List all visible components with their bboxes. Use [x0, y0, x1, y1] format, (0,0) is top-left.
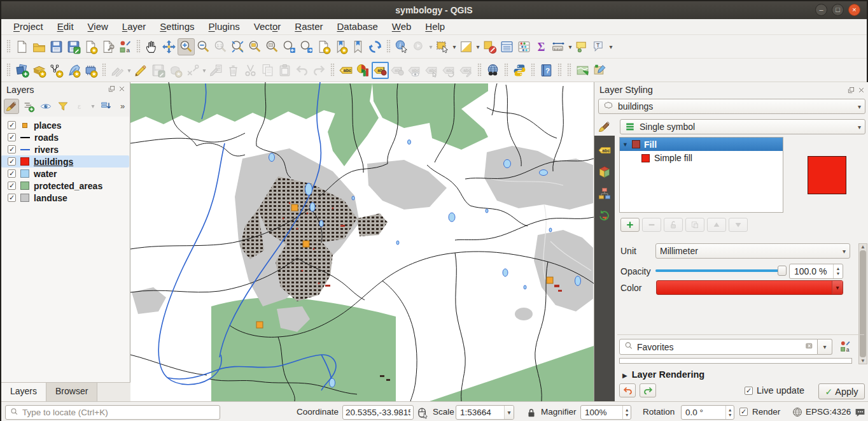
new-scratch-layer-button[interactable] — [65, 62, 82, 79]
layer-selector-combo[interactable]: buildings ▾ — [598, 99, 865, 114]
pan-map-button[interactable] — [143, 38, 160, 55]
processing-toolbox-button[interactable] — [515, 38, 533, 55]
manage-map-themes-button[interactable] — [38, 99, 53, 114]
layer-row-protected-areas[interactable]: ✓ protected_areas — [1, 180, 129, 192]
scroll-down-icon[interactable]: ▼ — [860, 358, 865, 364]
select-features-dropdown[interactable]: ▾ — [451, 43, 458, 50]
zoom-full-button[interactable] — [229, 38, 246, 55]
styling-scrollbar[interactable]: ▲ ▼ — [858, 243, 867, 364]
toolbar-grip[interactable] — [557, 63, 562, 77]
zoom-to-selection-button[interactable] — [246, 38, 263, 55]
remove-symbol-layer-button[interactable] — [642, 218, 661, 232]
tab-symbology[interactable] — [596, 118, 613, 135]
scale-dropdown[interactable]: ▾ — [504, 406, 514, 419]
paste-features-button[interactable] — [276, 62, 293, 79]
crs-globe-icon[interactable] — [792, 406, 803, 418]
measure-dropdown[interactable]: ▾ — [567, 43, 573, 50]
crs-label[interactable]: EPSG:4326 — [806, 407, 851, 417]
undo-style-button[interactable] — [619, 383, 636, 397]
spin-arrows[interactable]: ▲▼ — [725, 406, 734, 419]
menu-item-edit[interactable]: Edit — [50, 19, 81, 35]
scroll-thumb[interactable] — [860, 250, 866, 357]
protected-areas-checkbox[interactable]: ✓ — [8, 182, 16, 190]
annotation-dropdown[interactable]: ▾ — [608, 43, 614, 50]
live-update-checkbox[interactable]: ✓ — [745, 387, 753, 395]
menu-item-view[interactable]: View — [81, 19, 115, 35]
style-manager-icon[interactable]: a — [839, 340, 851, 353]
lock-color-button[interactable] — [664, 218, 683, 232]
current-edits-dropdown[interactable]: ▾ — [126, 67, 132, 74]
current-edits-button[interactable] — [109, 62, 126, 79]
toolbar-grip[interactable] — [567, 63, 571, 77]
modify-attributes-button[interactable] — [207, 62, 225, 79]
close-button[interactable]: × — [848, 4, 860, 16]
undo-button[interactable] — [293, 62, 311, 79]
scroll-up-icon[interactable]: ▲ — [860, 244, 865, 250]
identify-features-button[interactable]: i — [393, 38, 410, 55]
toolbar-grip[interactable] — [6, 39, 11, 54]
layer-row-buildings[interactable]: ✓ buildings — [1, 155, 129, 168]
symbol-search-box[interactable] — [619, 339, 818, 355]
messages-icon[interactable] — [854, 406, 866, 418]
rotate-label-button[interactable]: abc — [440, 62, 458, 79]
unit-combo[interactable]: Millimeter ▾ — [655, 243, 850, 259]
rotation-spinbox[interactable]: ▲▼ — [681, 405, 734, 420]
plugin-maptools-button[interactable] — [574, 62, 591, 79]
renderer-combo[interactable]: Single symbol ▾ — [620, 119, 865, 134]
pan-to-selection-button[interactable] — [160, 38, 178, 55]
rotation-input[interactable] — [682, 408, 725, 417]
toolbar-grip[interactable] — [102, 63, 106, 77]
toolbar-grip[interactable] — [136, 39, 141, 54]
buildings-checkbox[interactable]: ✓ — [8, 157, 16, 166]
style-manager-button[interactable]: a — [116, 38, 134, 55]
new-print-layout-button[interactable] — [82, 38, 99, 55]
locator-input[interactable] — [22, 408, 216, 417]
water-checkbox[interactable]: ✓ — [8, 169, 16, 178]
magnifier-input[interactable] — [581, 408, 622, 417]
move-up-button[interactable] — [707, 218, 726, 232]
toolbar-grip[interactable] — [477, 63, 482, 77]
opacity-slider[interactable] — [655, 265, 787, 276]
symbol-tree-simple-fill-row[interactable]: Simple fill — [620, 151, 783, 165]
zoom-to-layer-button[interactable] — [263, 38, 281, 55]
new-virtual-layer-button[interactable] — [82, 62, 99, 79]
layer-row-places[interactable]: ✓ places — [1, 119, 129, 131]
help-button[interactable]: ? — [538, 62, 555, 79]
menu-item-project[interactable]: Project — [6, 19, 50, 35]
maximize-button[interactable]: □ — [832, 4, 844, 16]
filter-legend-button[interactable] — [55, 99, 71, 114]
cut-features-button[interactable] — [242, 62, 259, 79]
new-shapefile-layer-button[interactable] — [48, 62, 65, 79]
new-geopackage-layer-button[interactable] — [31, 62, 48, 79]
layout-manager-button[interactable] — [99, 38, 116, 55]
save-layer-edits-button[interactable] — [150, 62, 167, 79]
add-symbol-layer-button[interactable] — [620, 218, 640, 232]
zoom-next-button[interactable] — [298, 38, 315, 55]
clear-search-icon[interactable] — [804, 341, 815, 353]
float-panel-icon[interactable] — [108, 85, 116, 93]
slider-handle[interactable] — [778, 266, 787, 276]
coordinate-box[interactable] — [342, 405, 414, 420]
zoom-in-button[interactable] — [178, 38, 195, 55]
menu-item-web[interactable]: Web — [385, 19, 419, 35]
menu-item-plugins[interactable]: Plugins — [202, 19, 247, 35]
layer-row-rivers[interactable]: ✓ rivers — [1, 143, 129, 155]
favorites-dropdown[interactable]: ▾ — [818, 339, 832, 355]
opacity-spinbox[interactable]: 100.0 % ▲▼ — [789, 264, 843, 279]
run-feature-action-button[interactable] — [410, 38, 428, 55]
pin-labels-button[interactable]: ab — [372, 62, 389, 79]
symbol-list[interactable] — [619, 358, 852, 364]
toolbar-grip[interactable] — [330, 63, 335, 77]
toolbar-grip[interactable] — [386, 39, 391, 54]
toggle-editing-button[interactable] — [132, 62, 150, 79]
apply-button[interactable]: ✓ Apply — [818, 383, 865, 399]
minimize-button[interactable]: – — [815, 4, 827, 16]
delete-selected-button[interactable] — [225, 62, 242, 79]
feature-action-dropdown[interactable]: ▾ — [428, 43, 434, 50]
map-tips-button[interactable] — [573, 38, 591, 55]
menu-item-raster[interactable]: Raster — [288, 19, 330, 35]
statistics-button[interactable]: Σ — [533, 38, 550, 55]
close-panel-icon[interactable] — [857, 86, 865, 96]
toolbar-grip[interactable] — [504, 63, 508, 77]
symbol-tree-fill-row[interactable]: ▼ Fill — [620, 138, 783, 151]
